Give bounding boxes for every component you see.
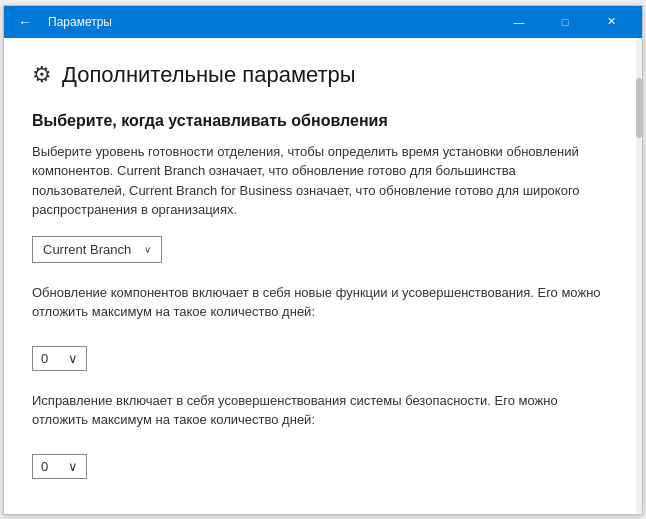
page-title: Дополнительные параметры [62,62,356,88]
branch-chevron-icon: ∨ [144,244,151,255]
quality-updates-description: Исправление включает в себя усовершенств… [32,391,608,430]
scrollbar-thumb[interactable] [636,78,642,138]
scrollbar-track[interactable] [636,38,642,514]
page-header: ⚙ Дополнительные параметры [32,62,608,88]
section-title: Выберите, когда устанавливать обновления [32,112,608,130]
maximize-button[interactable]: □ [542,6,588,38]
feature-updates-chevron-icon: ∨ [68,351,78,366]
feature-updates-description: Обновление компонентов включает в себя н… [32,283,608,322]
quality-updates-chevron-icon: ∨ [68,459,78,474]
feature-updates-value: 0 [41,351,48,366]
window-controls: — □ ✕ [496,6,634,38]
quality-updates-section: Исправление включает в себя усовершенств… [32,391,608,479]
section-block: Выберите, когда устанавливать обновления… [32,112,608,263]
close-button[interactable]: ✕ [588,6,634,38]
branch-dropdown[interactable]: Current Branch ∨ [32,236,162,263]
window-title: Параметры [48,15,496,29]
back-button[interactable]: ← [12,10,38,34]
titlebar: ← Параметры — □ ✕ [4,6,642,38]
quality-updates-value: 0 [41,459,48,474]
main-content: ⚙ Дополнительные параметры Выберите, ког… [4,38,636,514]
description-text: Выберите уровень готовности отделения, ч… [32,142,608,220]
gear-icon: ⚙ [32,62,52,88]
feature-updates-section: Обновление компонентов включает в себя н… [32,283,608,371]
feature-updates-dropdown[interactable]: 0 ∨ [32,346,87,371]
settings-window: ← Параметры — □ ✕ ⚙ Дополнительные парам… [3,5,643,515]
content-area: ⚙ Дополнительные параметры Выберите, ког… [4,38,642,514]
branch-dropdown-container: Current Branch ∨ [32,236,608,263]
quality-updates-dropdown[interactable]: 0 ∨ [32,454,87,479]
branch-dropdown-value: Current Branch [43,242,131,257]
minimize-button[interactable]: — [496,6,542,38]
